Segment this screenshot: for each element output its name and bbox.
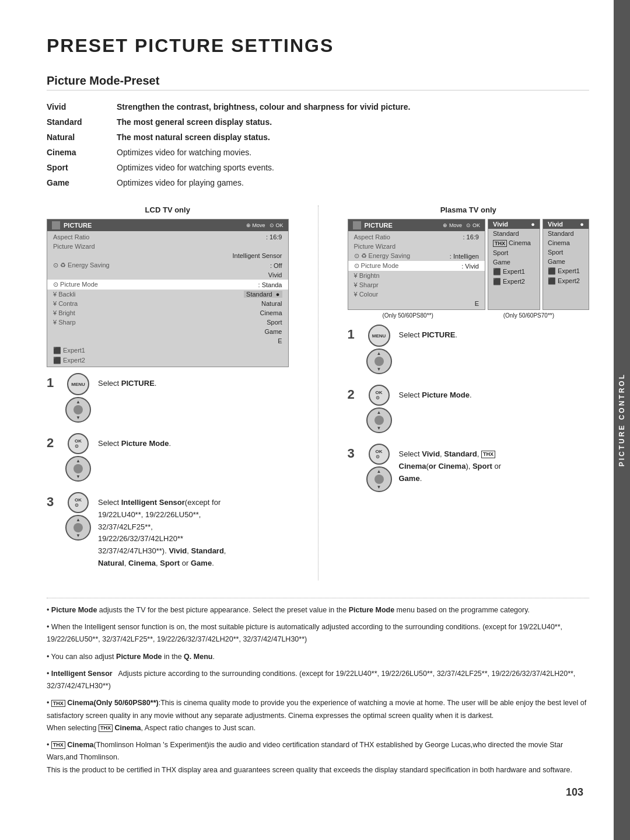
plasma-ok-button-2: OK⊙ ▲ ▼ <box>366 385 392 433</box>
menu-row: ¥ Colour <box>348 290 485 299</box>
mode-row: SportOptimizes video for watching sports… <box>47 162 589 174</box>
plasma-note-ps70: (Only 50/60PS70**) <box>503 312 554 319</box>
submenu2-vivid-highlight: Vivid ● <box>543 219 589 229</box>
step-num-1: 1 <box>47 375 58 391</box>
plasma-menu-icon <box>353 221 361 229</box>
step-2: 2 OK⊙ ▲ ▼ Select Picture Mode. <box>47 433 289 482</box>
plasma-step-2: 2 OK⊙ ▲ ▼ Select Picture Mode. <box>348 385 590 433</box>
mode-desc: Optimizes video for watching sports even… <box>117 162 589 174</box>
plasma-step-1: 1 MENU ▲ ▼ Select PICTURE. <box>348 325 590 374</box>
step-1: 1 MENU ▲ ▼ Select PICTURE. <box>47 373 289 423</box>
plasma-step-num-3: 3 <box>348 446 359 461</box>
plasma-step-3: 3 OK⊙ ▲ ▼ Select Vivid, Standard, THX <box>348 444 590 492</box>
mode-row: CinemaOptimizes video for watching movie… <box>47 147 589 159</box>
ok-button-3: OK⊙ ▲ ▼ <box>65 492 91 541</box>
section-title: Picture Mode-Preset <box>47 74 589 90</box>
mode-row: StandardThe most general screen display … <box>47 116 589 128</box>
submenu1-standard: Standard <box>488 229 540 238</box>
sidebar-label: PICTURE CONTROL <box>618 373 626 466</box>
lcd-label: LCD TV only <box>47 205 289 214</box>
step-3-text: Select Intelligent Sensor(except for 19/… <box>98 497 226 570</box>
note-6: • THX Cinema(Thomlinson Holman 's Experi… <box>47 739 589 776</box>
menu-row: ¥ BackliStandard ● <box>47 290 288 299</box>
submenu2-expert2: ⬛ Expert2 <box>543 276 589 286</box>
menu-row: Vivid <box>47 270 288 280</box>
plasma-only-notes: (Only 50/60PS80**) (Only 50/60PS70**) <box>348 312 590 319</box>
menu-row: Intelligent Sensor <box>47 251 288 260</box>
plasma-menu-btn: MENU <box>368 325 390 347</box>
ok-circle-3: OK⊙ <box>68 492 89 513</box>
mode-desc: Optimizes video for playing games. <box>117 177 589 189</box>
menu-row: E <box>47 336 288 346</box>
nav-ring-3: ▲ ▼ <box>65 515 91 541</box>
thx-badge-note6: THX <box>51 741 65 749</box>
note-1: • Picture Mode adjusts the TV for the be… <box>47 604 589 616</box>
ok-button-2: OK⊙ ▲ ▼ <box>65 433 91 482</box>
plasma-step-3-text: Select Vivid, Standard, THX Cinema(or Ci… <box>399 448 502 485</box>
plasma-submenu2: Vivid ● Standard Cinema Sport Game ⬛ Exp… <box>542 219 589 310</box>
step-num-3: 3 <box>47 494 58 510</box>
plasma-note-ps80: (Only 50/60PS80**) <box>382 312 433 319</box>
plasma-nav-center-2 <box>374 416 384 425</box>
sidebar-label-container: PICTURE CONTROL <box>614 0 630 840</box>
page-title: PRESET PICTURE SETTINGS <box>47 35 589 57</box>
mode-label: Cinema <box>47 147 117 159</box>
menu-row-selected: ⊙ Picture Mode: Vivid <box>348 261 485 271</box>
mode-row: NaturalThe most natural screen display s… <box>47 131 589 144</box>
menu-row: ¥ Brightn <box>348 271 485 280</box>
step-3: 3 OK⊙ ▲ ▼ Select Intelligent Sensor(exce <box>47 492 289 570</box>
menu-icon <box>52 221 60 229</box>
menu-row: Aspect Ratio: 16:9 <box>348 232 485 242</box>
plasma-nav-ring-3: ▲ ▼ <box>366 466 392 492</box>
submenu2-expert1: ⬛ Expert1 <box>543 266 589 276</box>
nav-center <box>74 405 83 414</box>
step-2-text: Select Picture Mode. <box>98 438 171 450</box>
menu-row: ¥ Sharpr <box>348 280 485 290</box>
menu-row: ⊙ ♻ Energy Saving: Off <box>47 260 288 270</box>
step-num-2: 2 <box>47 435 58 451</box>
thx-badge-selecting: THX <box>99 724 113 732</box>
menu-row: ⬛ Expert2 <box>47 355 288 365</box>
menu-row-selected: ⊙ Picture Mode: Standa <box>47 280 288 290</box>
mode-table: VividStrengthen the contrast, brightness… <box>47 101 589 189</box>
plasma-nav-center-3 <box>374 475 384 484</box>
mode-desc: The most general screen display status. <box>117 116 589 128</box>
plasma-menu-container: PICTURE ⊕ Move ⊙ OK Aspect Ratio: 16:9 P… <box>348 219 590 310</box>
menu-row: ¥ BrightCinema <box>47 308 288 318</box>
thx-badge: THX <box>481 451 495 458</box>
mode-desc: Optimizes video for watching movies. <box>117 147 589 159</box>
mode-row: VividStrengthen the contrast, brightness… <box>47 101 589 113</box>
ok-circle: OK⊙ <box>68 433 89 454</box>
thx-badge-note5: THX <box>51 700 65 707</box>
panels-divider <box>318 205 318 580</box>
plasma-step-num-2: 2 <box>348 387 359 402</box>
lcd-panel: LCD TV only PICTURE ⊕ Move ⊙ OK Aspect R… <box>47 205 289 580</box>
submenu1-expert2: ⬛ Expert2 <box>488 277 540 287</box>
mode-label: Sport <box>47 162 117 174</box>
notes-section: • Picture Mode adjusts the TV for the be… <box>47 604 589 776</box>
submenu2-standard: Standard <box>543 229 589 238</box>
page-container: PRESET PICTURE SETTINGS Picture Mode-Pre… <box>0 0 630 816</box>
mode-label: Natural <box>47 131 117 144</box>
submenu1-thx-cinema: THX Cinema <box>488 238 540 248</box>
submenu2-game: Game <box>543 257 589 266</box>
mode-label: Vivid <box>47 101 117 113</box>
submenu1-sport: Sport <box>488 248 540 257</box>
note-4: • Intelligent Sensor Adjusts picture acc… <box>47 668 589 693</box>
mode-label: Game <box>47 177 117 189</box>
lcd-menu-body: Aspect Ratio: 16:9 Picture Wizard Intell… <box>47 231 288 367</box>
plasma-menu-body: Aspect Ratio: 16:9 Picture Wizard ⊙ ♻ En… <box>348 231 485 309</box>
menu-button-1: MENU ▲ ▼ <box>65 373 91 423</box>
submenu1-game: Game <box>488 257 540 267</box>
plasma-tv-menu: PICTURE ⊕ Move ⊙ OK Aspect Ratio: 16:9 P… <box>348 219 486 310</box>
nav-center-2 <box>74 464 83 473</box>
plasma-nav-center-1 <box>374 357 384 366</box>
menu-row: ⬛ Expert1 <box>47 346 288 355</box>
plasma-step-1-text: Select PICTURE. <box>399 329 457 341</box>
mode-label: Standard <box>47 116 117 128</box>
menu-row: Picture Wizard <box>348 242 485 251</box>
menu-row: ¥ ContraNatural <box>47 299 288 308</box>
page-number: 103 <box>566 786 583 799</box>
plasma-label: Plasma TV only <box>348 205 590 214</box>
menu-row: Aspect Ratio: 16:9 <box>47 232 288 242</box>
